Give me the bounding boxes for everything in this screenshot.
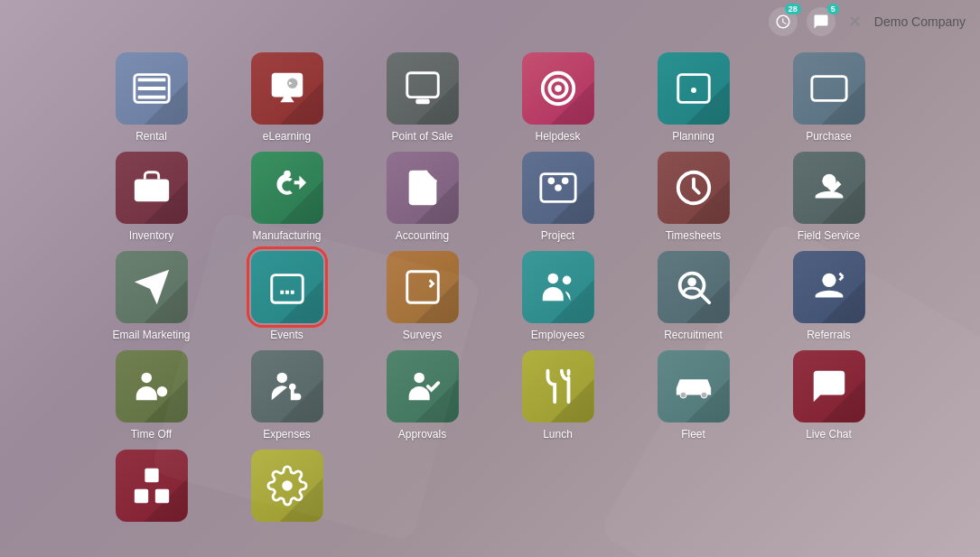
app-label-accounting: Accounting xyxy=(396,229,449,242)
app-label-inventory: Inventory xyxy=(129,229,173,242)
app-item-time-off[interactable]: Time Off xyxy=(93,350,210,441)
svg-point-13 xyxy=(547,274,558,284)
app-label-employees: Employees xyxy=(531,329,584,341)
svg-point-26 xyxy=(834,383,838,387)
app-label-timesheets: Timesheets xyxy=(666,229,722,242)
app-label-time-off: Time Off xyxy=(131,428,172,441)
svg-point-6 xyxy=(555,85,562,92)
app-label-live-chat: Live Chat xyxy=(806,428,852,441)
svg-point-22 xyxy=(680,393,686,398)
close-icon[interactable]: ✕ xyxy=(848,12,862,32)
app-icon-live-chat xyxy=(793,350,865,422)
app-item-manufacturing[interactable]: Manufacturing xyxy=(229,152,346,242)
app-item-point-of-sale[interactable]: Point of Sale xyxy=(364,52,481,143)
app-label-fleet: Fleet xyxy=(681,428,705,441)
chat-button[interactable]: 5 xyxy=(807,7,835,36)
app-item-employees[interactable]: Employees xyxy=(499,251,617,341)
svg-rect-9 xyxy=(811,77,845,101)
svg-point-21 xyxy=(414,373,425,384)
svg-rect-29 xyxy=(145,469,158,482)
app-icon-helpdesk xyxy=(522,52,594,125)
app-icon-timesheets xyxy=(658,152,730,224)
topbar: 28 5 ✕ Demo Company xyxy=(0,0,980,43)
app-icon-inventory xyxy=(116,152,188,224)
app-label-rental: Rental xyxy=(135,130,167,143)
app-label-point-of-sale: Point of Sale xyxy=(391,130,453,143)
app-icon-lunch xyxy=(522,350,594,422)
app-item-field-service[interactable]: Field Service xyxy=(770,152,888,242)
app-label-events: Events xyxy=(270,329,303,341)
app-item-accounting[interactable]: Accounting xyxy=(364,152,481,242)
app-icon-events xyxy=(251,251,323,323)
app-item-events[interactable]: Events xyxy=(229,251,346,341)
app-label-elearning: eLearning xyxy=(263,130,311,143)
app-item-app25[interactable] xyxy=(93,450,210,527)
app-label-project: Project xyxy=(541,229,574,242)
app-icon-manufacturing xyxy=(251,152,323,224)
app-item-lunch[interactable]: Lunch xyxy=(499,350,617,441)
svg-point-23 xyxy=(701,393,706,398)
app-item-rental[interactable]: Rental xyxy=(93,52,210,143)
clock-badge: 28 xyxy=(785,4,801,14)
app-icon-planning xyxy=(658,52,730,125)
app-label-expenses: Expenses xyxy=(263,428,311,441)
app-item-app26[interactable] xyxy=(229,450,346,527)
svg-point-14 xyxy=(562,276,571,285)
app-item-surveys[interactable]: Surveys xyxy=(364,251,481,341)
app-icon-app26 xyxy=(251,450,323,522)
app-label-recruitment: Recruitment xyxy=(664,329,723,341)
app-label-helpdesk: Helpdesk xyxy=(535,130,580,143)
svg-point-18 xyxy=(141,373,152,384)
app-item-helpdesk[interactable]: Helpdesk xyxy=(499,52,617,143)
app-icon-accounting xyxy=(387,152,459,224)
app-label-approvals: Approvals xyxy=(398,428,446,441)
svg-point-20 xyxy=(276,373,287,384)
app-icon-purchase xyxy=(793,52,865,125)
app-item-project[interactable]: Project xyxy=(499,152,617,242)
app-icon-elearning xyxy=(251,52,323,125)
app-label-purchase: Purchase xyxy=(806,130,852,143)
svg-point-25 xyxy=(826,383,831,387)
svg-point-16 xyxy=(687,277,696,286)
company-name: Demo Company xyxy=(874,14,966,29)
app-item-email-marketing[interactable]: Email Marketing xyxy=(93,251,210,341)
app-item-elearning[interactable]: eLearning xyxy=(229,52,346,143)
chat-badge: 5 xyxy=(827,4,839,14)
app-icon-surveys xyxy=(387,251,459,323)
app-icon-recruitment xyxy=(658,251,730,323)
app-item-inventory[interactable]: Inventory xyxy=(93,152,210,242)
apps-grid: RentaleLearningPoint of SaleHelpdeskPlan… xyxy=(0,43,980,536)
app-item-expenses[interactable]: Expenses xyxy=(229,350,346,441)
app-icon-field-service xyxy=(793,152,865,224)
app-icon-rental xyxy=(116,52,188,125)
app-icon-app25 xyxy=(116,450,188,522)
clock-button[interactable]: 28 xyxy=(769,7,798,36)
app-item-referrals[interactable]: Referrals xyxy=(770,251,888,341)
app-item-recruitment[interactable]: Recruitment xyxy=(635,251,752,341)
svg-point-24 xyxy=(820,383,825,387)
svg-rect-28 xyxy=(154,489,168,503)
app-label-planning: Planning xyxy=(672,130,714,143)
app-item-planning[interactable]: Planning xyxy=(635,52,752,143)
app-icon-expenses xyxy=(251,350,323,422)
app-item-fleet[interactable]: Fleet xyxy=(635,350,752,441)
app-item-approvals[interactable]: Approvals xyxy=(364,350,481,441)
app-label-lunch: Lunch xyxy=(543,428,573,441)
app-item-timesheets[interactable]: Timesheets xyxy=(635,152,752,242)
svg-point-8 xyxy=(691,88,696,93)
app-icon-employees xyxy=(522,251,594,323)
svg-rect-12 xyxy=(271,275,303,303)
app-icon-point-of-sale xyxy=(387,52,459,125)
app-icon-email-marketing xyxy=(116,251,188,323)
svg-rect-2 xyxy=(406,73,438,97)
app-icon-fleet xyxy=(658,350,730,422)
app-item-purchase[interactable]: Purchase xyxy=(770,52,888,143)
app-label-surveys: Surveys xyxy=(403,329,442,341)
svg-rect-3 xyxy=(415,99,429,105)
svg-point-17 xyxy=(822,274,835,287)
app-icon-approvals xyxy=(387,350,459,422)
svg-rect-27 xyxy=(134,489,147,503)
app-label-email-marketing: Email Marketing xyxy=(112,329,190,341)
app-item-live-chat[interactable]: Live Chat xyxy=(770,350,888,441)
app-icon-project xyxy=(522,152,594,224)
